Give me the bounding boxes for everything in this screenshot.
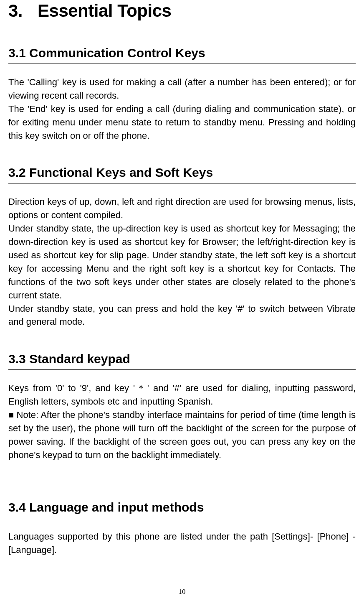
chapter-number: 3. — [8, 1, 23, 21]
chapter-title: 3.Essential Topics — [8, 0, 356, 21]
section-3-4: 3.4 Language and input methods Languages… — [8, 500, 356, 557]
paragraph: The 'End' key is used for ending a call … — [8, 102, 356, 143]
page-number: 10 — [179, 588, 186, 596]
section-body: Direction keys of up, down, left and rig… — [8, 195, 356, 329]
section-body: The 'Calling' key is used for making a c… — [8, 76, 356, 142]
section-body: Languages supported by this phone are li… — [8, 530, 356, 557]
chapter-title-text: Essential Topics — [38, 1, 171, 20]
section-title: 3.3 Standard keypad — [8, 352, 356, 370]
paragraph: Languages supported by this phone are li… — [8, 530, 356, 557]
paragraph: Direction keys of up, down, left and rig… — [8, 195, 356, 222]
section-body: Keys from '0' to '9', and key '＊' and '#… — [8, 382, 356, 461]
section-3-2: 3.2 Functional Keys and Soft Keys Direct… — [8, 166, 356, 329]
paragraph: Under standby state, the up-direction ke… — [8, 222, 356, 302]
section-3-1: 3.1 Communication Control Keys The 'Call… — [8, 46, 356, 142]
paragraph: Keys from '0' to '9', and key '＊' and '#… — [8, 382, 356, 408]
section-3-3: 3.3 Standard keypad Keys from '0' to '9'… — [8, 352, 356, 461]
paragraph: The 'Calling' key is used for making a c… — [8, 76, 356, 102]
section-title: 3.4 Language and input methods — [8, 500, 356, 518]
section-title: 3.2 Functional Keys and Soft Keys — [8, 166, 356, 183]
paragraph: ■ Note: After the phone's standby interf… — [8, 408, 356, 462]
paragraph: Under standby state, you can press and h… — [8, 302, 356, 329]
section-title: 3.1 Communication Control Keys — [8, 46, 356, 64]
